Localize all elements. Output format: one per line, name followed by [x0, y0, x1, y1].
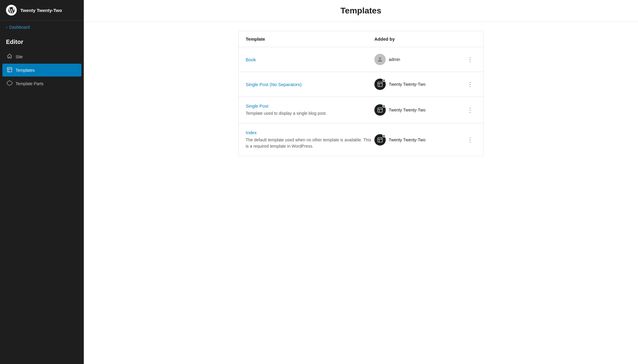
sidebar-item-site[interactable]: Site [2, 50, 81, 63]
sidebar-item-templates-label: Templates [16, 68, 35, 73]
sidebar-item-template-parts[interactable]: Template Parts [2, 77, 81, 90]
svg-rect-5 [378, 82, 382, 87]
added-by-name-single: Twenty Twenty-Two [389, 108, 426, 112]
avatar-single [374, 104, 386, 116]
svg-point-4 [379, 57, 381, 59]
svg-rect-11 [378, 137, 382, 142]
template-parts-icon [7, 80, 13, 87]
sidebar-header: Twenty Twenty-Two [0, 0, 84, 21]
added-by-cell-book: admin [374, 54, 464, 65]
avatar-dot-icon [382, 134, 385, 137]
main-content-area: Templates Template Added by Book [84, 0, 638, 364]
more-button-book[interactable]: ⋮ [464, 55, 476, 64]
template-link-single[interactable]: Single Post [246, 103, 374, 108]
more-button-single-no-sep[interactable]: ⋮ [464, 79, 476, 89]
wp-logo [6, 5, 17, 16]
templates-icon [7, 67, 13, 74]
table-row: Single Post (No Separators) Twenty Twent… [239, 72, 483, 97]
added-by-cell-index: Twenty Twenty-Two [374, 134, 464, 146]
avatar-dot-icon [382, 79, 385, 82]
template-link-single-no-sep[interactable]: Single Post (No Separators) [246, 82, 374, 87]
table-row: Book admin ⋮ [239, 47, 483, 72]
table-row: Single Post Template used to display a s… [239, 97, 483, 123]
sidebar-item-templates[interactable]: Templates [2, 64, 81, 77]
templates-table: Template Added by Book admin [238, 31, 484, 156]
added-by-name-index: Twenty Twenty-Two [389, 137, 426, 142]
avatar-index [374, 134, 386, 146]
svg-rect-0 [7, 68, 12, 72]
added-by-cell-single: Twenty Twenty-Two [374, 104, 464, 116]
sidebar-item-site-label: Site [16, 54, 23, 59]
dashboard-link[interactable]: ‹ Dashboard [0, 21, 84, 34]
sidebar-nav: Site Templates Template Parts [0, 49, 84, 91]
svg-marker-3 [7, 81, 12, 86]
template-cell-index: Index The default template used when no … [246, 130, 374, 149]
chevron-left-icon: ‹ [6, 25, 7, 30]
template-cell-single: Single Post Template used to display a s… [246, 103, 374, 117]
editor-title: Editor [0, 34, 84, 49]
added-by-name-book: admin [389, 57, 400, 62]
template-desc-index: The default template used when no other … [246, 137, 374, 149]
site-name: Twenty Twenty-Two [20, 8, 62, 13]
more-button-index[interactable]: ⋮ [464, 135, 476, 145]
sidebar: Twenty Twenty-Two ‹ Dashboard Editor Sit… [0, 0, 84, 364]
avatar-book [374, 54, 386, 65]
template-link-index[interactable]: Index [246, 130, 374, 135]
home-icon [7, 53, 13, 60]
more-button-single[interactable]: ⋮ [464, 105, 476, 115]
templates-list-container: Template Added by Book admin [226, 22, 496, 165]
sidebar-item-template-parts-label: Template Parts [16, 81, 43, 86]
col-template: Template [246, 36, 374, 42]
template-desc-single: Template used to display a single blog p… [246, 110, 374, 117]
avatar-single-no-sep [374, 79, 386, 90]
avatar-dot-icon [382, 105, 385, 108]
dashboard-label: Dashboard [9, 25, 30, 30]
template-cell-book: Book [246, 57, 374, 62]
svg-rect-8 [378, 108, 382, 112]
table-row: Index The default template used when no … [239, 123, 483, 156]
page-title: Templates [96, 6, 626, 16]
template-link-book[interactable]: Book [246, 57, 374, 62]
col-added-by: Added by [374, 36, 464, 42]
added-by-name-single-no-sep: Twenty Twenty-Two [389, 82, 426, 87]
template-cell-single-no-sep: Single Post (No Separators) [246, 82, 374, 87]
table-header: Template Added by [239, 31, 483, 47]
page-header: Templates [84, 0, 638, 22]
added-by-cell-single-no-sep: Twenty Twenty-Two [374, 79, 464, 90]
